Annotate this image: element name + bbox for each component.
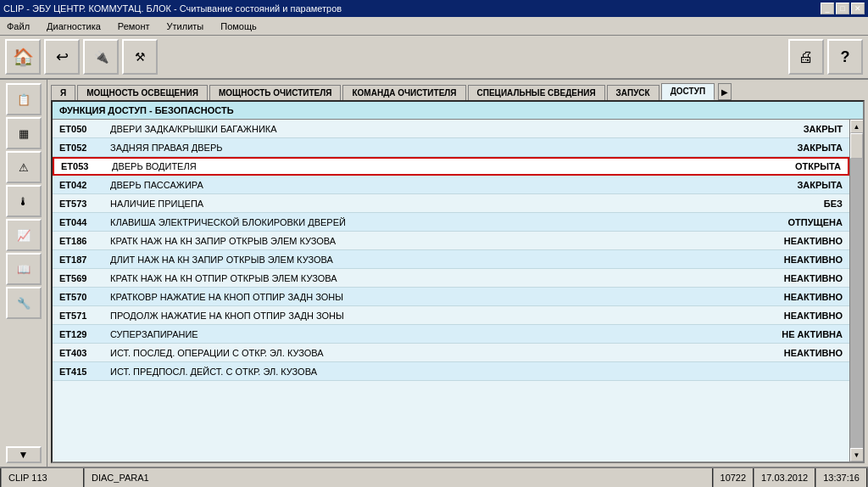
row-code: ET129 (53, 329, 103, 339)
table-row: ET129 СУПЕРЗАПИРАНИЕ НЕ АКТИВНА (53, 325, 849, 344)
sidebar-down-arrow[interactable]: ▼ (6, 446, 42, 463)
scroll-track[interactable] (850, 133, 863, 448)
row-code: ET050 (53, 124, 103, 134)
row-code: ET053 (54, 161, 105, 171)
row-code: ET052 (53, 143, 103, 153)
sidebar-btn-4[interactable]: 🌡 (6, 185, 42, 217)
row-desc: ДЛИТ НАЖ НА КН ЗАПИР ОТКРЫВ ЭЛЕМ КУЗОВА (103, 255, 731, 265)
scrollbar[interactable]: ▲ ▼ (849, 120, 863, 462)
row-desc: ЗАДНЯЯ ПРАВАЯ ДВЕРЬ (103, 143, 731, 153)
connector-button[interactable]: 🔌 (83, 39, 119, 75)
print-icon: 🖨 (798, 48, 814, 66)
window-controls: _ □ ✕ (821, 3, 865, 14)
sidebar-btn-3[interactable]: ⚠ (6, 151, 42, 183)
sidebar-btn-7[interactable]: 🔧 (6, 287, 42, 319)
row-value: БЕЗ (731, 199, 849, 209)
tab-ya[interactable]: Я (51, 85, 75, 100)
close-button[interactable]: ✕ (851, 3, 865, 14)
title-bar: CLIP - ЭБУ ЦЕНТР. КОММУТАЦ. БЛОК - Считы… (0, 0, 868, 17)
menu-help[interactable]: Помощь (217, 20, 260, 33)
scroll-up-button[interactable]: ▲ (850, 120, 864, 133)
row-desc: ДВЕРЬ ПАССАЖИРА (103, 180, 731, 190)
table-row: ET569 КРАТК НАЖ НА КН ОТПИР ОТКРЫВ ЭЛЕМ … (53, 269, 849, 288)
row-desc: НАЛИЧИЕ ПРИЦЕПА (103, 199, 731, 209)
help-button[interactable]: ? (827, 39, 863, 75)
menu-bar: Файл Диагностика Ремонт Утилиты Помощь (0, 17, 868, 36)
row-value: ЗАКРЫТА (731, 180, 849, 190)
menu-utilities[interactable]: Утилиты (164, 20, 208, 33)
menu-repair[interactable]: Ремонт (114, 20, 153, 33)
row-value: НЕАКТИВНО (731, 255, 849, 265)
row-desc: КРАТКОВР НАЖАТИЕ НА КНОП ОТПИР ЗАДН ЗОНЫ (103, 292, 731, 302)
row-desc: ИСТ. ПРЕДПОСЛ. ДЕЙСТ. С ОТКР. ЭЛ. КУЗОВА (103, 367, 731, 377)
row-code: ET042 (53, 180, 103, 190)
sidebar-btn-6[interactable]: 📖 (6, 253, 42, 285)
print-button[interactable]: 🖨 (788, 39, 824, 75)
main-container: 📋 ▦ ⚠ 🌡 📈 📖 🔧 ▼ Я МО (0, 80, 868, 467)
sidebar-btn-5[interactable]: 📈 (6, 219, 42, 251)
row-code: ET569 (53, 273, 103, 283)
menu-file[interactable]: Файл (3, 20, 33, 33)
tab-bar: Я МОЩНОСТЬ ОСВЕЩЕНИЯ МОЩНОСТЬ ОЧИСТИТЕЛЯ… (47, 80, 868, 100)
tab-start[interactable]: ЗАПУСК (607, 85, 659, 100)
row-desc: КЛАВИША ЭЛЕКТРИЧЕСКОЙ БЛОКИРОВКИ ДВЕРЕЙ (103, 217, 731, 227)
tab-wiper-command[interactable]: КОМАНДА ОЧИСТИТЕЛЯ (342, 85, 465, 100)
row-code: ET403 (53, 348, 103, 358)
sidebar-btn-1[interactable]: 📋 (6, 83, 42, 115)
row-code: ET571 (53, 311, 103, 321)
row-value: НЕАКТИВНО (731, 348, 849, 358)
row-value: НЕАКТИВНО (731, 292, 849, 302)
row-desc: ИСТ. ПОСЛЕД. ОПЕРАЦИИ С ОТКР. ЭЛ. КУЗОВА (103, 348, 731, 358)
row-code: ET044 (53, 217, 103, 227)
table-row-highlighted[interactable]: ET053 ДВЕРЬ ВОДИТЕЛЯ ОТКРЫТА (53, 157, 849, 176)
row-desc: ДВЕРИ ЗАДКА/КРЫШКИ БАГАЖНИКА (103, 124, 731, 134)
table-row: ET403 ИСТ. ПОСЛЕД. ОПЕРАЦИИ С ОТКР. ЭЛ. … (53, 344, 849, 362)
sidebar: 📋 ▦ ⚠ 🌡 📈 📖 🔧 ▼ (0, 80, 47, 467)
book-icon: 📖 (17, 263, 31, 276)
tab-scroll-right[interactable]: ▶ (718, 83, 732, 100)
panel-header: ФУНКЦИЯ ДОСТУП - БЕЗОПАСНОСТЬ (53, 102, 863, 120)
data-table: ET050 ДВЕРИ ЗАДКА/КРЫШКИ БАГАЖНИКА ЗАКРЫ… (53, 120, 849, 462)
row-desc: КРАТК НАЖ НА КН ЗАПИР ОТКРЫВ ЭЛЕМ КУЗОВА (103, 236, 731, 246)
row-value: НЕ АКТИВНА (731, 329, 849, 339)
tab-lighting[interactable]: МОЩНОСТЬ ОСВЕЩЕНИЯ (77, 85, 208, 100)
status-date: 17.03.2012 (754, 468, 816, 487)
minimize-button[interactable]: _ (821, 3, 834, 14)
scroll-thumb[interactable] (850, 133, 863, 159)
table-row: ET570 КРАТКОВР НАЖАТИЕ НА КНОП ОТПИР ЗАД… (53, 288, 849, 306)
row-code: ET573 (53, 199, 103, 209)
table-row: ET186 КРАТК НАЖ НА КН ЗАПИР ОТКРЫВ ЭЛЕМ … (53, 232, 849, 250)
back-button[interactable]: ↩ (44, 39, 80, 75)
scroll-down-button[interactable]: ▼ (850, 448, 864, 462)
status-module: DIAC_PARA1 (85, 468, 714, 487)
row-code: ET187 (53, 255, 103, 265)
table-row: ET044 КЛАВИША ЭЛЕКТРИЧЕСКОЙ БЛОКИРОВКИ Д… (53, 213, 849, 232)
row-code: ET570 (53, 292, 103, 302)
table-row: ET187 ДЛИТ НАЖ НА КН ЗАПИР ОТКРЫВ ЭЛЕМ К… (53, 250, 849, 269)
tab-access[interactable]: ДОСТУП (661, 83, 715, 100)
row-code: ET186 (53, 236, 103, 246)
home-button[interactable]: 🏠 (5, 39, 41, 75)
table-row: ET415 ИСТ. ПРЕДПОСЛ. ДЕЙСТ. С ОТКР. ЭЛ. … (53, 362, 849, 381)
table-row: ET052 ЗАДНЯЯ ПРАВАЯ ДВЕРЬ ЗАКРЫТА (53, 138, 849, 157)
thermometer-icon: 🌡 (18, 195, 29, 208)
sidebar-btn-2[interactable]: ▦ (6, 117, 42, 149)
barcode-icon: ▦ (19, 127, 29, 140)
table-row: ET042 ДВЕРЬ ПАССАЖИРА ЗАКРЫТА (53, 176, 849, 194)
tab-wiper-power[interactable]: МОЩНОСТЬ ОЧИСТИТЕЛЯ (209, 85, 342, 100)
restore-button[interactable]: □ (836, 3, 849, 14)
menu-diagnostics[interactable]: Диагностика (43, 20, 104, 33)
content-area: Я МОЩНОСТЬ ОСВЕЩЕНИЯ МОЩНОСТЬ ОЧИСТИТЕЛЯ… (47, 80, 868, 467)
status-code: 10722 (714, 468, 755, 487)
wrench-icon: 🔧 (17, 297, 31, 310)
chart-icon: 📈 (17, 229, 31, 242)
toolbar-right: 🖨 ? (788, 39, 863, 75)
tab-special[interactable]: СПЕЦИАЛЬНЫЕ СВЕДЕНИЯ (468, 85, 605, 100)
tools-button[interactable]: ⚒ (122, 39, 158, 75)
row-value: ОТКРЫТА (729, 161, 848, 171)
tools-icon: ⚒ (135, 50, 146, 64)
table-row: ET050 ДВЕРИ ЗАДКА/КРЫШКИ БАГАЖНИКА ЗАКРЫ… (53, 120, 849, 138)
row-value: НЕАКТИВНО (731, 236, 849, 246)
warning-icon: ⚠ (19, 161, 29, 174)
help-icon: ? (841, 48, 850, 66)
